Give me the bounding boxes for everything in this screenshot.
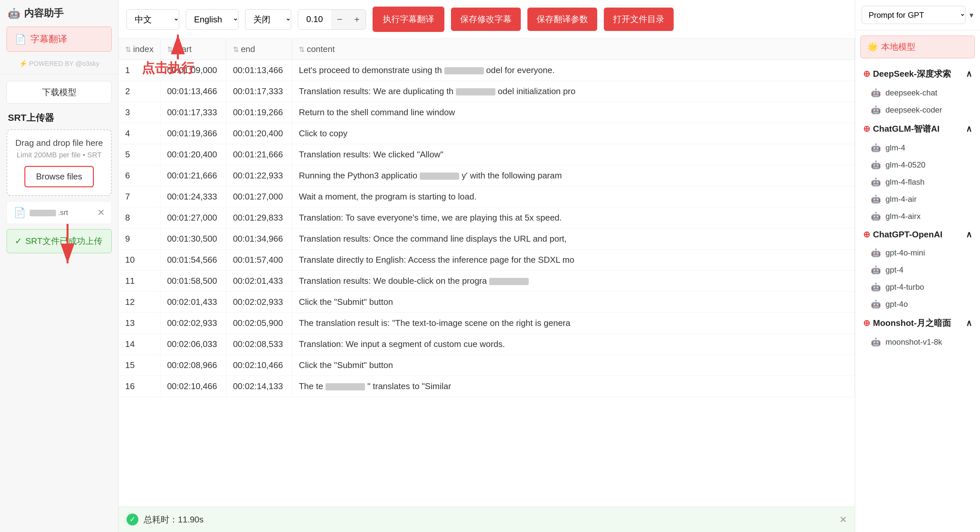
cell-content: Translation: We input a segment of custo… <box>292 334 855 355</box>
table-row: 900:01:30,50000:01:34,966Translation res… <box>119 229 855 249</box>
cell-index: 9 <box>119 229 161 249</box>
cell-end: 00:02:02,933 <box>226 292 292 313</box>
cell-content: Translation results: We are duplicating … <box>292 81 855 102</box>
model-group: ⊕ChatGLM-智谱AI∧🤖glm-4🤖glm-4-0520🤖glm-4-fl… <box>855 119 980 225</box>
status-close-button[interactable]: ✕ <box>839 514 847 525</box>
uploaded-file-item: 📄 .srt ✕ <box>6 201 112 224</box>
table-row: 1600:02:10,46600:02:14,133The te " trans… <box>119 376 855 397</box>
cell-index: 2 <box>119 81 161 102</box>
model-icon: 🤖 <box>871 337 881 347</box>
right-panel: Prompt for GPT ▾ 🌟 本地模型 ⊕DeepSeek-深度求索∧🤖… <box>855 0 980 532</box>
speed-input[interactable] <box>298 10 331 29</box>
cell-content: Click the "Submit" button <box>292 355 855 376</box>
model-item[interactable]: 🤖glm-4-flash <box>861 173 975 191</box>
cell-start: 00:02:10,466 <box>161 376 226 397</box>
col-header-start: ⇅start <box>161 39 226 60</box>
table-row: 100:01:09,00000:01:13,466Let's proceed t… <box>119 60 855 81</box>
cell-content: Click to copy <box>292 123 855 144</box>
speed-input-group: − + <box>298 9 366 30</box>
content-assistant-icon: 🤖 <box>8 8 20 19</box>
model-icon: 🤖 <box>871 178 881 187</box>
model-item[interactable]: 🤖gpt-4-turbo <box>861 278 975 295</box>
cell-start: 00:01:58,500 <box>161 271 226 292</box>
cell-index: 11 <box>119 271 161 292</box>
cell-start: 00:02:06,033 <box>161 334 226 355</box>
cell-end: 00:01:57,400 <box>226 249 292 271</box>
file-icon: 📄 <box>14 207 26 218</box>
model-item[interactable]: 🤖glm-4 <box>861 139 975 156</box>
open-dir-button[interactable]: 打开文件目录 <box>604 8 674 31</box>
local-model-button[interactable]: 🌟 本地模型 <box>861 35 975 58</box>
model-item[interactable]: 🤖deepseek-coder <box>861 102 975 119</box>
cell-index: 1 <box>119 60 161 81</box>
prompt-select[interactable]: Prompt for GPT <box>862 6 966 24</box>
cell-index: 12 <box>119 292 161 313</box>
cell-index: 13 <box>119 313 161 334</box>
speed-increase-button[interactable]: + <box>348 10 365 29</box>
status-bar: ✓ 总耗时：11.90s ✕ <box>119 507 855 532</box>
upload-section-title: SRT上传器 <box>0 111 118 129</box>
browse-files-button[interactable]: Browse files <box>24 166 94 187</box>
cell-content: The te " translates to "Similar <box>292 376 855 397</box>
close-select[interactable]: 关闭 <box>245 9 291 30</box>
model-item[interactable]: 🤖deepseek-chat <box>861 84 975 102</box>
save-srt-button[interactable]: 保存修改字幕 <box>451 8 521 31</box>
cell-index: 16 <box>119 376 161 397</box>
exec-translate-button[interactable]: 执行字幕翻译 <box>372 6 444 32</box>
model-item[interactable]: 🤖glm-4-0520 <box>861 156 975 173</box>
cell-index: 5 <box>119 144 161 165</box>
model-item[interactable]: 🤖moonshot-v1-8k <box>861 333 975 351</box>
model-group: ⊕ChatGPT-OpenAI∧🤖gpt-4o-mini🤖gpt-4🤖gpt-4… <box>855 225 980 313</box>
cell-end: 00:01:20,400 <box>226 123 292 144</box>
chevron-up-icon: ∧ <box>966 229 972 240</box>
model-icon: 🤖 <box>871 283 881 292</box>
table-row: 700:01:24,33300:01:27,000Wait a moment, … <box>119 186 855 207</box>
cell-start: 00:01:17,333 <box>161 102 226 123</box>
cell-start: 00:02:08,966 <box>161 355 226 376</box>
cell-end: 00:02:10,466 <box>226 355 292 376</box>
download-model-button[interactable]: 下载模型 <box>6 81 112 104</box>
cell-end: 00:01:27,000 <box>226 186 292 207</box>
status-check-icon: ✓ <box>126 514 138 526</box>
subtitle-table-container: ⇅index ⇅start ⇅end ⇅content 100:01:09,00… <box>119 39 855 507</box>
upload-dropzone[interactable]: Drag and drop file here Limit 200MB per … <box>6 129 112 196</box>
right-top-bar: Prompt for GPT ▾ <box>855 0 980 30</box>
file-remove-button[interactable]: ✕ <box>97 207 105 218</box>
toolbar: 中文 English 关闭 − + 执行字幕翻译 保存修改字幕 保存翻译参数 打… <box>119 0 855 39</box>
source-language-select[interactable]: 中文 <box>126 9 179 30</box>
file-name-label: .srt <box>30 208 93 217</box>
cell-content: Let's proceed to demonstrate using th od… <box>292 60 855 81</box>
model-icon: 🤖 <box>871 212 881 221</box>
col-header-content: ⇅content <box>292 39 855 60</box>
model-item[interactable]: 🤖glm-4-airx <box>861 208 975 225</box>
speed-decrease-button[interactable]: − <box>331 10 348 29</box>
cell-index: 8 <box>119 207 161 229</box>
model-item[interactable]: 🤖glm-4-air <box>861 191 975 208</box>
cell-content: Translation: To save everyone's time, we… <box>292 207 855 229</box>
model-group-header[interactable]: ⊕ChatGLM-智谱AI∧ <box>861 119 975 139</box>
cell-end: 00:02:05,900 <box>226 313 292 334</box>
model-item[interactable]: 🤖gpt-4o <box>861 295 975 313</box>
cell-end: 00:01:29,833 <box>226 207 292 229</box>
save-params-button[interactable]: 保存翻译参数 <box>527 8 597 31</box>
model-item[interactable]: 🤖gpt-4 <box>861 261 975 278</box>
cell-start: 00:01:30,500 <box>161 229 226 249</box>
model-icon: 🤖 <box>871 248 881 257</box>
cell-start: 00:01:54,566 <box>161 249 226 271</box>
cell-index: 10 <box>119 249 161 271</box>
model-icon: 🤖 <box>871 265 881 275</box>
model-icon: 🤖 <box>871 300 881 309</box>
target-language-select[interactable]: English <box>186 9 239 30</box>
model-item[interactable]: 🤖gpt-4o-mini <box>861 244 975 261</box>
model-group-header[interactable]: ⊕DeepSeek-深度求索∧ <box>861 64 975 84</box>
upload-success-message: ✓ SRT文件已成功上传 <box>6 229 112 253</box>
cell-content: Return to the shell command line window <box>292 102 855 123</box>
cell-start: 00:02:02,933 <box>161 313 226 334</box>
cell-end: 00:02:14,133 <box>226 376 292 397</box>
model-group-header[interactable]: ⊕ChatGPT-OpenAI∧ <box>861 225 975 244</box>
cell-index: 3 <box>119 102 161 123</box>
subtitle-translate-btn[interactable]: 📄 字幕翻译 <box>6 27 112 52</box>
model-group-header[interactable]: ⊕Moonshot-月之暗面∧ <box>861 313 975 333</box>
subtitle-icon: 📄 <box>15 34 26 45</box>
chevron-down-icon: ▾ <box>969 11 974 20</box>
